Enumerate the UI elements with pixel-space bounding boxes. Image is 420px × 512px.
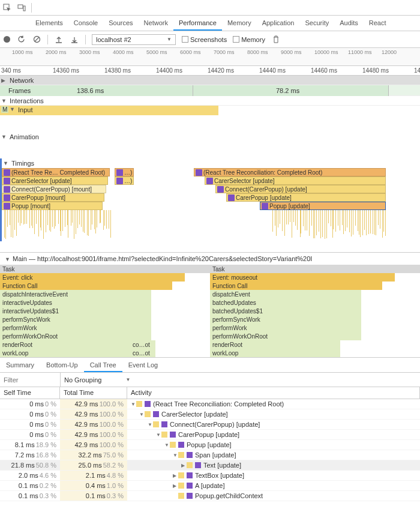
call-bar[interactable]: performWork [210, 324, 361, 332]
timing-bar[interactable]: CarerPopup [update] [226, 193, 386, 202]
disclosure-icon[interactable]: ▼ [131, 402, 136, 407]
timing-bar[interactable]: Popup [update] [260, 202, 386, 210]
call-bar[interactable]: performSyncWork [210, 315, 361, 324]
call-stack-flamegraph[interactable]: TaskTaskEvent: clickEvent: mouseoutFunct… [0, 265, 420, 357]
col-self-time[interactable]: Self Time [0, 387, 60, 399]
disclosure-icon[interactable]: ▼ [164, 442, 170, 448]
timing-bar-small[interactable]: …) [115, 176, 134, 185]
disclosure-icon[interactable]: ▶ [173, 483, 178, 489]
tab-memory[interactable]: Memory [222, 16, 257, 31]
call-row[interactable]: Function CallFunction Call [0, 282, 420, 290]
device-icon[interactable] [17, 3, 26, 13]
reload-icon[interactable] [16, 35, 26, 44]
clear-icon[interactable] [32, 35, 41, 44]
disclosure-icon[interactable]: ▶ [173, 473, 178, 478]
call-row[interactable]: TaskTask [0, 265, 420, 273]
disclosure-icon[interactable]: ▼ [139, 412, 145, 417]
call-bar[interactable]: workLoop [0, 349, 130, 357]
tab-sources[interactable]: Sources [103, 16, 138, 31]
load-icon[interactable] [54, 35, 64, 44]
timings-flamegraph[interactable]: (React Tree Re… Completed Root)…)CarerSe… [0, 168, 420, 210]
subtab-event-log[interactable]: Event Log [122, 358, 164, 372]
tree-row[interactable]: 0.1 ms0.2 %0.4 ms1.0 %▶A [update] [0, 481, 420, 491]
timing-bar-small[interactable]: …) [115, 168, 134, 176]
call-bar[interactable]: Event: click [0, 273, 185, 282]
call-bar[interactable]: performWork [0, 324, 151, 332]
tree-row[interactable]: 0 ms0 %42.9 ms100.0 %▼CarerSelector [upd… [0, 409, 420, 420]
time-ruler[interactable]: 340 ms14360 ms14380 ms14400 ms14420 ms14… [0, 66, 420, 76]
frames-section[interactable]: Frames 138.6 ms 78.2 ms [0, 85, 420, 96]
tree-row[interactable]: 0 ms0 %42.9 ms100.0 %▼Connect(CarerPopup… [0, 420, 420, 430]
timing-bar[interactable]: CarerSelector [update] [205, 176, 386, 185]
tree-row[interactable]: 0 ms0 %42.9 ms100.0 %▼(React Tree Reconc… [0, 399, 420, 409]
timing-bar[interactable]: Connect(CarerPopup) [update] [215, 185, 386, 193]
call-bar[interactable]: co…ot [130, 340, 155, 349]
timing-bar[interactable]: CarerPopup [mount] [2, 193, 104, 202]
trash-icon[interactable] [271, 35, 281, 44]
call-bar[interactable]: Task [0, 265, 210, 273]
timing-bar[interactable]: CarerSelector [update] [2, 176, 108, 185]
subtab-bottom-up[interactable]: Bottom-Up [40, 358, 84, 372]
call-bar[interactable]: Function Call [210, 282, 382, 290]
memory-checkbox[interactable]: Memory [233, 36, 265, 43]
grouping-dropdown[interactable]: No Grouping ▼ [60, 373, 134, 387]
target-dropdown[interactable]: localhost #2 ▼ [92, 34, 176, 45]
flame-chart-detail[interactable] [0, 210, 420, 241]
disclosure-icon[interactable]: ▼ [156, 432, 161, 438]
record-button[interactable] [4, 36, 10, 43]
inspect-icon[interactable] [2, 3, 12, 13]
tree-row[interactable]: 21.8 ms50.8 %25.0 ms58.2 %▶Text [update] [0, 460, 420, 471]
call-row[interactable]: renderRootco…otrenderRoot [0, 340, 420, 349]
tab-audits[interactable]: Audits [334, 16, 364, 31]
network-section[interactable]: ▶ Network [0, 76, 420, 85]
timing-bar[interactable]: Connect(CarerPopup) [mount] [2, 185, 106, 193]
call-bar[interactable]: Event: mouseout [210, 273, 395, 282]
tab-performance[interactable]: Performance [173, 16, 222, 31]
call-bar[interactable]: batchedUpdates [210, 298, 361, 307]
tree-row[interactable]: 7.2 ms16.8 %32.2 ms75.0 %▼Span [update] [0, 450, 420, 460]
call-bar[interactable]: Function Call [0, 282, 172, 290]
tab-elements[interactable]: Elements [30, 16, 68, 31]
tree-row[interactable]: 2.0 ms4.6 %2.1 ms4.8 %▶TextBox [update] [0, 471, 420, 481]
col-total-time[interactable]: Total Time [60, 387, 127, 399]
tab-security[interactable]: Security [299, 16, 334, 31]
call-bar[interactable]: co…ot [130, 349, 155, 357]
call-tree-body[interactable]: 0 ms0 %42.9 ms100.0 %▼(React Tree Reconc… [0, 399, 420, 501]
call-row[interactable]: performWorkperformWork [0, 324, 420, 332]
timing-bar[interactable]: (React Tree Reconciliation: Completed Ro… [194, 168, 386, 176]
call-row[interactable]: performWorkOnRootperformWorkOnRoot [0, 332, 420, 340]
frame-block[interactable]: 78.2 ms [193, 85, 389, 96]
filter-input[interactable] [0, 375, 60, 385]
call-bar[interactable]: dispatchInteractiveEvent [0, 290, 151, 298]
screenshots-checkbox[interactable]: Screenshots [182, 36, 227, 43]
call-row[interactable]: Event: clickEvent: mouseout [0, 273, 420, 282]
tree-row[interactable]: 0 ms0 %42.9 ms100.0 %▼CarerPopup [update… [0, 430, 420, 440]
animation-section[interactable]: ▼ Animation [0, 132, 420, 142]
tab-application[interactable]: Application [257, 16, 300, 31]
tab-react[interactable]: React [364, 16, 392, 31]
call-row[interactable]: dispatchInteractiveEventdispatchEvent [0, 290, 420, 298]
subtab-summary[interactable]: Summary [0, 358, 40, 372]
disclosure-icon[interactable]: ▶ [181, 463, 187, 468]
timing-bar[interactable]: Popup [mount] [2, 202, 103, 210]
input-bar[interactable] [0, 106, 218, 115]
tree-row[interactable]: 0.1 ms0.3 %0.1 ms0.3 %Popup.getChildCont… [0, 491, 420, 501]
disclosure-icon[interactable]: ▼ [148, 422, 153, 427]
call-bar[interactable]: batchedUpdates$1 [210, 307, 361, 315]
call-row[interactable]: performSyncWorkperformSyncWork [0, 315, 420, 324]
subtab-call-tree[interactable]: Call Tree [84, 358, 122, 372]
tree-row[interactable]: 8.1 ms18.9 %42.9 ms100.0 %▼Popup [update… [0, 440, 420, 450]
save-icon[interactable] [70, 35, 79, 44]
overview-timeline[interactable]: 1000 ms2000 ms3000 ms4000 ms5000 ms6000 … [0, 48, 420, 66]
call-bar[interactable]: dispatchEvent [210, 290, 361, 298]
call-bar[interactable]: renderRoot [210, 340, 340, 349]
col-activity[interactable]: Activity [127, 387, 420, 399]
call-bar[interactable]: interactiveUpdates$1 [0, 307, 151, 315]
call-row[interactable]: interactiveUpdatesbatchedUpdates [0, 298, 420, 307]
main-thread-label[interactable]: ▼ Main — http://localhost:9001/iframe.ht… [0, 252, 420, 265]
call-bar[interactable]: Task [210, 265, 420, 273]
call-bar[interactable]: performWorkOnRoot [0, 332, 151, 340]
interactions-section[interactable]: ▼ Interactions [0, 96, 420, 106]
call-bar[interactable]: workLoop [210, 349, 340, 357]
timings-section[interactable]: ▼ Timings [0, 158, 420, 168]
